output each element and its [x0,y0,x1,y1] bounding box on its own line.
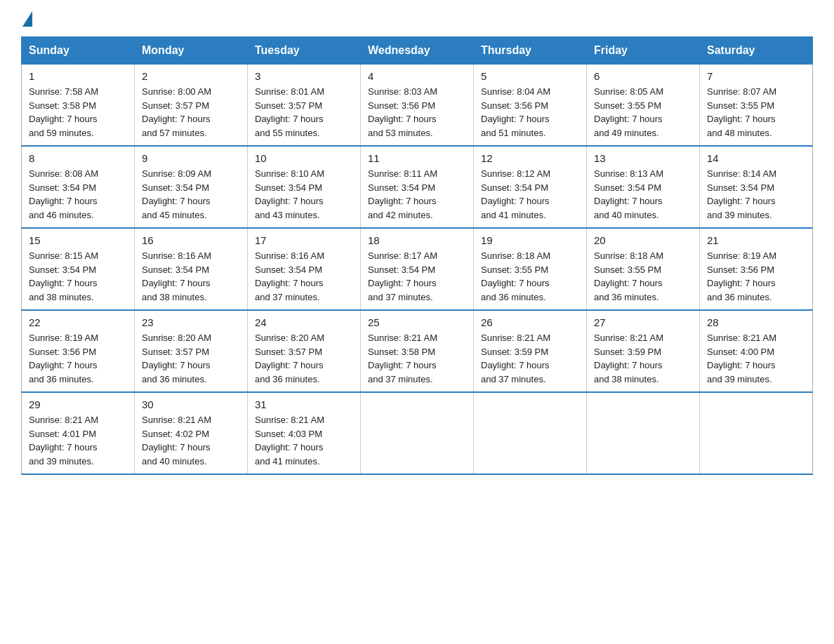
day-detail: Sunrise: 8:14 AMSunset: 3:54 PMDaylight:… [707,167,805,222]
day-detail: Sunrise: 8:12 AMSunset: 3:54 PMDaylight:… [481,167,579,222]
calendar-day-cell: 5Sunrise: 8:04 AMSunset: 3:56 PMDaylight… [474,65,587,147]
day-number: 7 [707,70,805,82]
calendar-day-cell: 12Sunrise: 8:12 AMSunset: 3:54 PMDayligh… [474,146,587,228]
calendar-day-cell [587,392,700,474]
calendar-day-cell: 9Sunrise: 8:09 AMSunset: 3:54 PMDaylight… [135,146,248,228]
calendar-day-cell: 13Sunrise: 8:13 AMSunset: 3:54 PMDayligh… [587,146,700,228]
day-detail: Sunrise: 8:16 AMSunset: 3:54 PMDaylight:… [142,249,240,304]
day-number: 13 [594,152,692,164]
calendar-day-cell: 15Sunrise: 8:15 AMSunset: 3:54 PMDayligh… [22,228,135,310]
day-detail: Sunrise: 8:10 AMSunset: 3:54 PMDaylight:… [255,167,353,222]
calendar-day-cell [700,392,813,474]
day-number: 9 [142,152,240,164]
day-number: 6 [594,70,692,82]
day-number: 21 [707,234,805,246]
calendar-day-cell: 20Sunrise: 8:18 AMSunset: 3:55 PMDayligh… [587,228,700,310]
day-detail: Sunrise: 8:19 AMSunset: 3:56 PMDaylight:… [29,331,127,386]
calendar-week-row: 15Sunrise: 8:15 AMSunset: 3:54 PMDayligh… [22,228,813,310]
weekday-header-wednesday: Wednesday [361,37,474,65]
day-detail: Sunrise: 8:18 AMSunset: 3:55 PMDaylight:… [481,249,579,304]
weekday-header-thursday: Thursday [474,37,587,65]
day-number: 5 [481,70,579,82]
calendar-day-cell: 6Sunrise: 8:05 AMSunset: 3:55 PMDaylight… [587,65,700,147]
calendar-day-cell: 22Sunrise: 8:19 AMSunset: 3:56 PMDayligh… [22,310,135,392]
day-number: 11 [368,152,466,164]
calendar-day-cell: 2Sunrise: 8:00 AMSunset: 3:57 PMDaylight… [135,65,248,147]
calendar-day-cell: 30Sunrise: 8:21 AMSunset: 4:02 PMDayligh… [135,392,248,474]
calendar-day-cell: 23Sunrise: 8:20 AMSunset: 3:57 PMDayligh… [135,310,248,392]
calendar-week-row: 8Sunrise: 8:08 AMSunset: 3:54 PMDaylight… [22,146,813,228]
calendar-day-cell: 25Sunrise: 8:21 AMSunset: 3:58 PMDayligh… [361,310,474,392]
calendar-day-cell: 17Sunrise: 8:16 AMSunset: 3:54 PMDayligh… [248,228,361,310]
day-number: 25 [368,316,466,328]
day-detail: Sunrise: 8:21 AMSunset: 4:01 PMDaylight:… [29,413,127,468]
calendar-day-cell: 26Sunrise: 8:21 AMSunset: 3:59 PMDayligh… [474,310,587,392]
calendar-day-cell: 1Sunrise: 7:58 AMSunset: 3:58 PMDaylight… [22,65,135,147]
calendar-week-row: 29Sunrise: 8:21 AMSunset: 4:01 PMDayligh… [22,392,813,474]
day-detail: Sunrise: 8:08 AMSunset: 3:54 PMDaylight:… [29,167,127,222]
day-number: 14 [707,152,805,164]
day-number: 26 [481,316,579,328]
day-number: 4 [368,70,466,82]
calendar-day-cell: 28Sunrise: 8:21 AMSunset: 4:00 PMDayligh… [700,310,813,392]
day-number: 27 [594,316,692,328]
day-number: 22 [29,316,127,328]
day-detail: Sunrise: 7:58 AMSunset: 3:58 PMDaylight:… [29,85,127,140]
day-detail: Sunrise: 8:00 AMSunset: 3:57 PMDaylight:… [142,85,240,140]
day-number: 17 [255,234,353,246]
day-detail: Sunrise: 8:19 AMSunset: 3:56 PMDaylight:… [707,249,805,304]
day-number: 20 [594,234,692,246]
weekday-header-sunday: Sunday [22,37,135,65]
day-number: 18 [368,234,466,246]
day-number: 3 [255,70,353,82]
day-detail: Sunrise: 8:21 AMSunset: 4:00 PMDaylight:… [707,331,805,386]
day-number: 28 [707,316,805,328]
day-detail: Sunrise: 8:13 AMSunset: 3:54 PMDaylight:… [594,167,692,222]
day-number: 2 [142,70,240,82]
day-detail: Sunrise: 8:05 AMSunset: 3:55 PMDaylight:… [594,85,692,140]
calendar-day-cell: 14Sunrise: 8:14 AMSunset: 3:54 PMDayligh… [700,146,813,228]
calendar-day-cell: 3Sunrise: 8:01 AMSunset: 3:57 PMDaylight… [248,65,361,147]
calendar-day-cell: 10Sunrise: 8:10 AMSunset: 3:54 PMDayligh… [248,146,361,228]
day-detail: Sunrise: 8:11 AMSunset: 3:54 PMDaylight:… [368,167,466,222]
calendar-day-cell: 29Sunrise: 8:21 AMSunset: 4:01 PMDayligh… [22,392,135,474]
calendar-day-cell: 16Sunrise: 8:16 AMSunset: 3:54 PMDayligh… [135,228,248,310]
day-detail: Sunrise: 8:21 AMSunset: 3:59 PMDaylight:… [594,331,692,386]
day-detail: Sunrise: 8:16 AMSunset: 3:54 PMDaylight:… [255,249,353,304]
day-detail: Sunrise: 8:04 AMSunset: 3:56 PMDaylight:… [481,85,579,140]
calendar-week-row: 1Sunrise: 7:58 AMSunset: 3:58 PMDaylight… [22,65,813,147]
day-number: 10 [255,152,353,164]
calendar-day-cell [361,392,474,474]
calendar-day-cell: 24Sunrise: 8:20 AMSunset: 3:57 PMDayligh… [248,310,361,392]
weekday-header-tuesday: Tuesday [248,37,361,65]
calendar-week-row: 22Sunrise: 8:19 AMSunset: 3:56 PMDayligh… [22,310,813,392]
page-header [21,14,813,24]
day-detail: Sunrise: 8:09 AMSunset: 3:54 PMDaylight:… [142,167,240,222]
day-detail: Sunrise: 8:21 AMSunset: 4:03 PMDaylight:… [255,413,353,468]
day-detail: Sunrise: 8:18 AMSunset: 3:55 PMDaylight:… [594,249,692,304]
logo [21,14,32,24]
day-detail: Sunrise: 8:07 AMSunset: 3:55 PMDaylight:… [707,85,805,140]
logo-triangle-icon [22,11,32,27]
day-detail: Sunrise: 8:01 AMSunset: 3:57 PMDaylight:… [255,85,353,140]
calendar-day-cell: 8Sunrise: 8:08 AMSunset: 3:54 PMDaylight… [22,146,135,228]
calendar-day-cell: 11Sunrise: 8:11 AMSunset: 3:54 PMDayligh… [361,146,474,228]
day-number: 29 [29,398,127,410]
day-number: 16 [142,234,240,246]
calendar-day-cell: 7Sunrise: 8:07 AMSunset: 3:55 PMDaylight… [700,65,813,147]
day-detail: Sunrise: 8:21 AMSunset: 3:58 PMDaylight:… [368,331,466,386]
day-detail: Sunrise: 8:03 AMSunset: 3:56 PMDaylight:… [368,85,466,140]
day-number: 1 [29,70,127,82]
day-number: 8 [29,152,127,164]
weekday-header-monday: Monday [135,37,248,65]
day-detail: Sunrise: 8:21 AMSunset: 3:59 PMDaylight:… [481,331,579,386]
day-number: 30 [142,398,240,410]
day-number: 12 [481,152,579,164]
calendar-day-cell: 31Sunrise: 8:21 AMSunset: 4:03 PMDayligh… [248,392,361,474]
day-number: 24 [255,316,353,328]
day-detail: Sunrise: 8:15 AMSunset: 3:54 PMDaylight:… [29,249,127,304]
weekday-header-row: SundayMondayTuesdayWednesdayThursdayFrid… [22,37,813,65]
calendar-table: SundayMondayTuesdayWednesdayThursdayFrid… [21,36,813,475]
weekday-header-friday: Friday [587,37,700,65]
day-detail: Sunrise: 8:21 AMSunset: 4:02 PMDaylight:… [142,413,240,468]
